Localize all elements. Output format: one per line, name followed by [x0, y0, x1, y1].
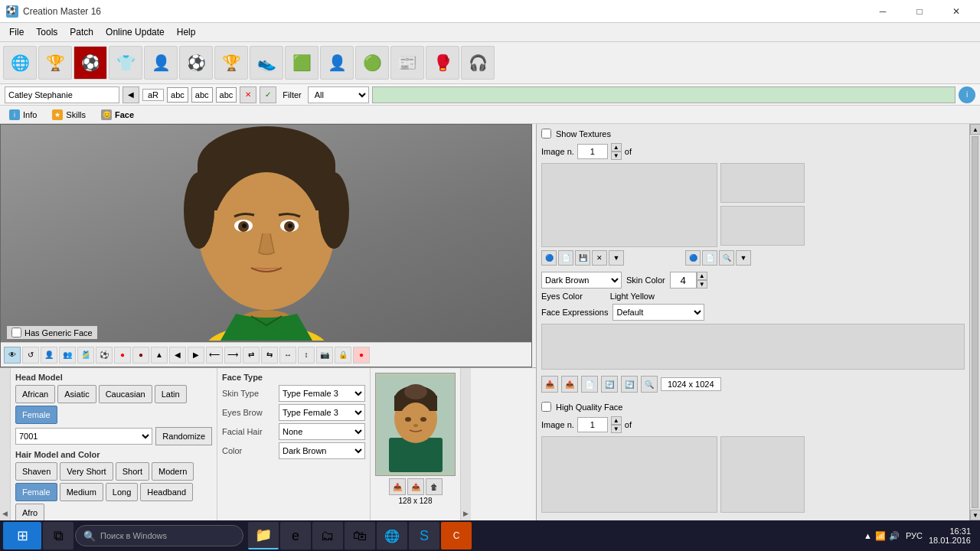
abc-btn-3[interactable]: abc — [216, 87, 237, 103]
tm-btn-r3[interactable]: 🔍 — [719, 250, 734, 266]
prev-btn[interactable]: ◀ — [122, 86, 139, 103]
menu-tools[interactable]: Tools — [30, 25, 64, 39]
taskbar-expand-icon[interactable]: ▲ — [864, 531, 872, 541]
res-btn-4[interactable]: 🔄 — [601, 376, 618, 393]
hq-image-n-input[interactable] — [577, 417, 608, 432]
vt-ball-btn[interactable]: ⚽ — [96, 347, 113, 364]
tm-btn-r1[interactable]: 🔵 — [685, 250, 701, 266]
abc-btn-2[interactable]: abc — [191, 87, 213, 103]
photo-delete-btn[interactable]: 🗑 — [426, 478, 443, 495]
toolbar-news-icon[interactable]: 📰 — [390, 46, 424, 80]
taskbar-skype[interactable]: S — [409, 522, 439, 549]
vt-hresize-btn[interactable]: ↔ — [279, 347, 296, 364]
btn-african[interactable]: African — [15, 385, 55, 403]
menu-patch[interactable]: Patch — [64, 25, 100, 39]
facial-hair-select[interactable]: None — [279, 423, 365, 440]
menu-online-update[interactable]: Online Update — [100, 25, 171, 39]
vt-vresize-btn[interactable]: ↕ — [298, 347, 315, 364]
vt-left-btn[interactable]: ◀ — [169, 347, 186, 364]
taskbar-folder[interactable]: 🗂 — [312, 522, 343, 549]
tm-btn-r2[interactable]: 📄 — [702, 250, 717, 266]
close-button[interactable]: ✕ — [939, 0, 974, 23]
toolbar-player-icon[interactable]: 👤 — [144, 46, 178, 80]
btn-headband[interactable]: Headband — [140, 483, 193, 501]
vt-team-btn[interactable]: 👥 — [59, 347, 76, 364]
taskbar-edge[interactable]: e — [280, 522, 311, 549]
btn-afro[interactable]: Afro — [15, 504, 44, 522]
search-bar[interactable]: 🔍 Поиск в Windows — [75, 525, 243, 546]
vt-rotate-btn[interactable]: ↺ — [22, 347, 39, 364]
btn-long[interactable]: Long — [106, 483, 138, 501]
toolbar-headphones-icon[interactable]: 🎧 — [461, 46, 495, 80]
skin-color-up[interactable]: ▲ — [697, 272, 707, 280]
tab-skills[interactable]: ★ Skills — [49, 108, 89, 122]
vt-lock-btn[interactable]: 🔒 — [335, 347, 351, 364]
name-input[interactable] — [5, 86, 119, 103]
abc-btn-1[interactable]: abc — [167, 87, 188, 103]
tab-info[interactable]: i Info — [6, 108, 40, 122]
x-btn[interactable]: ✕ — [240, 86, 256, 103]
image-n-input[interactable] — [577, 144, 608, 159]
vt-camera-btn[interactable]: 📷 — [316, 347, 333, 364]
menu-help[interactable]: Help — [171, 25, 202, 39]
photo-import-btn[interactable]: 📥 — [389, 478, 406, 495]
taskbar-chrome[interactable]: 🌐 — [377, 522, 407, 549]
taskbar-app[interactable]: C — [441, 522, 472, 549]
check-btn[interactable]: ✓ — [260, 86, 276, 103]
tab-face[interactable]: 😊 Face — [98, 108, 137, 122]
toolbar-globe-icon[interactable]: 🌐 — [3, 46, 37, 80]
filter-select[interactable]: All — [308, 86, 369, 103]
btn-asiatic[interactable]: Asiatic — [57, 385, 96, 403]
btn-hair-female[interactable]: Female — [15, 483, 57, 501]
btn-caucasian[interactable]: Caucasian — [99, 385, 152, 403]
maximize-button[interactable]: □ — [902, 0, 937, 23]
dark-brown-select[interactable]: Dark Brown — [541, 272, 622, 289]
taskbar-store[interactable]: 🛍 — [345, 522, 375, 549]
tm-btn-4[interactable]: ✕ — [592, 250, 607, 266]
vt-back-btn[interactable]: ⟵ — [206, 347, 223, 364]
toolbar-glove-icon[interactable]: 🥊 — [426, 46, 459, 80]
btn-medium[interactable]: Medium — [60, 483, 103, 501]
tm-btn-2[interactable]: 📄 — [558, 250, 573, 266]
toolbar-kit-icon[interactable]: 👕 — [109, 46, 142, 80]
vt-up-btn[interactable]: ▲ — [151, 347, 168, 364]
toolbar-boot-icon[interactable]: 👟 — [250, 46, 283, 80]
taskbar-file-explorer[interactable]: 📁 — [248, 522, 279, 549]
toolbar-league-icon[interactable]: 🏆 — [38, 46, 72, 80]
vt-fwd-btn[interactable]: ⟶ — [224, 347, 241, 364]
toolbar-face-icon[interactable]: 👤 — [320, 46, 354, 80]
face-expressions-select[interactable]: Default — [612, 304, 704, 321]
tm-btn-5[interactable]: ▼ — [609, 250, 624, 266]
btn-female[interactable]: Female — [15, 406, 57, 424]
btn-short[interactable]: Short — [116, 462, 149, 481]
toolbar-trophy-icon[interactable]: 🏆 — [214, 46, 248, 80]
btn-very-short[interactable]: Very Short — [60, 462, 113, 481]
tm-btn-1[interactable]: 🔵 — [541, 250, 557, 266]
vt-red1-btn[interactable]: ● — [114, 347, 131, 364]
tm-btn-3[interactable]: 💾 — [575, 250, 590, 266]
vt-eye-btn[interactable]: 👁 — [4, 347, 21, 364]
image-n-up[interactable]: ▲ — [611, 143, 622, 152]
start-button[interactable]: ⊞ — [3, 522, 41, 549]
vt-head-btn[interactable]: 👤 — [41, 347, 57, 364]
hq-image-n-down[interactable]: ▼ — [611, 425, 622, 433]
vt-kit-btn[interactable]: 🎽 — [77, 347, 94, 364]
show-textures-checkbox[interactable] — [541, 129, 551, 139]
scroll-down-btn[interactable]: ▼ — [970, 510, 980, 520]
toolbar-barcelona-icon[interactable]: ⚽ — [74, 46, 107, 80]
color-select[interactable]: Dark Brown — [279, 442, 365, 459]
menu-file[interactable]: File — [3, 25, 30, 39]
generic-face-checkbox[interactable] — [11, 328, 21, 337]
image-n-down[interactable]: ▼ — [611, 152, 622, 160]
skin-color-input[interactable] — [670, 272, 697, 289]
randomize-btn[interactable]: Randomize — [155, 427, 212, 445]
hq-image-n-up[interactable]: ▲ — [611, 416, 622, 425]
toolbar-pitch-icon[interactable]: 🟩 — [285, 46, 318, 80]
scroll-thumb[interactable] — [972, 136, 978, 508]
toolbar-ball-icon[interactable]: ⚽ — [179, 46, 213, 80]
tm-btn-r4[interactable]: ▼ — [736, 250, 751, 266]
vt-shuffle2-btn[interactable]: ⇆ — [261, 347, 278, 364]
eyes-brow-select[interactable]: Type Female 3 Type Female 1 Type Female … — [279, 404, 365, 421]
res-btn-2[interactable]: 📤 — [561, 376, 578, 393]
vt-right-btn[interactable]: ▶ — [188, 347, 204, 364]
